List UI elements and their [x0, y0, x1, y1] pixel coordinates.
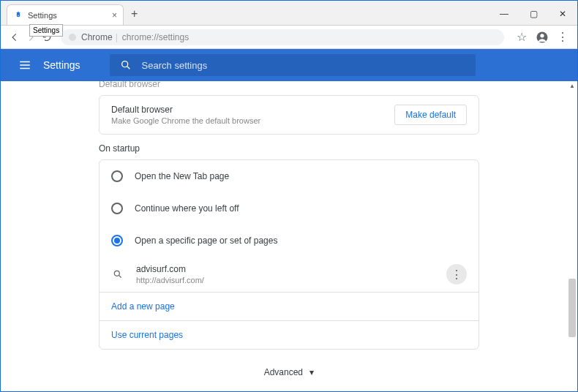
add-new-page-link[interactable]: Add a new page — [100, 293, 478, 320]
radio-icon — [111, 170, 123, 182]
radio-label: Continue where you left off — [135, 203, 239, 214]
back-button[interactable] — [7, 29, 23, 45]
startup-page-row: advisurf.com http://advisurf.com/ ⋮ — [100, 257, 478, 292]
radio-icon — [111, 203, 123, 214]
tab-close-icon[interactable]: × — [112, 10, 117, 20]
address-bar[interactable]: Chrome | chrome://settings — [61, 29, 504, 45]
make-default-button[interactable]: Make default — [394, 105, 467, 125]
radio-specific-page[interactable]: Open a specific page or set of pages — [100, 225, 478, 257]
on-startup-card: Open the New Tab page Continue where you… — [99, 159, 479, 350]
account-icon[interactable] — [533, 29, 551, 46]
browser-tab[interactable]: Settings × — [7, 4, 124, 25]
window-titlebar: Settings × + — ▢ ✕ — [1, 1, 577, 26]
page-title: Settings — [43, 59, 80, 71]
window-controls: — ▢ ✕ — [489, 3, 577, 25]
scrollbar-up-arrow[interactable]: ▲ — [569, 83, 575, 89]
radio-label: Open the New Tab page — [135, 171, 229, 181]
close-button[interactable]: ✕ — [548, 3, 577, 25]
use-current-pages-link[interactable]: Use current pages — [100, 321, 478, 349]
default-browser-card: Default browser Make Google Chrome the d… — [99, 95, 479, 135]
search-settings-input[interactable] — [142, 60, 465, 71]
bookmark-star-icon[interactable]: ☆ — [513, 29, 530, 46]
radio-new-tab[interactable]: Open the New Tab page — [100, 160, 478, 192]
radio-checked-icon — [111, 235, 123, 246]
browser-toolbar: Chrome | chrome://settings ☆ ⋮ — [1, 26, 577, 49]
tab-title: Settings — [28, 11, 112, 20]
omnibox-url: chrome://settings — [122, 32, 189, 42]
scrollbar-thumb[interactable] — [568, 279, 576, 337]
kebab-menu-icon[interactable]: ⋮ — [554, 29, 571, 46]
section-default-browser-heading: Default browser — [99, 81, 479, 89]
startup-page-url: http://advisurf.com/ — [136, 276, 446, 284]
minimize-button[interactable]: — — [489, 3, 519, 25]
hamburger-menu-icon[interactable] — [18, 59, 31, 72]
search-icon — [120, 59, 132, 71]
magnifier-icon — [111, 268, 124, 281]
settings-gear-icon — [13, 10, 23, 20]
startup-page-name: advisurf.com — [136, 264, 446, 274]
chevron-down-icon: ▾ — [309, 367, 314, 377]
search-settings-box[interactable] — [110, 54, 476, 76]
settings-header: Settings — [1, 49, 577, 81]
section-on-startup-heading: On startup — [99, 143, 479, 154]
advanced-toggle[interactable]: Advanced ▾ — [99, 367, 479, 377]
radio-label: Open a specific page or set of pages — [135, 235, 277, 246]
svg-point-1 — [69, 34, 76, 41]
omnibox-divider: | — [116, 32, 118, 42]
svg-point-3 — [540, 34, 544, 37]
settings-content: Default browser Default browser Make Goo… — [1, 81, 577, 391]
advanced-label: Advanced — [264, 367, 303, 377]
new-tab-button[interactable]: + — [131, 7, 138, 25]
page-more-icon[interactable]: ⋮ — [446, 264, 467, 284]
radio-continue[interactable]: Continue where you left off — [100, 192, 478, 225]
default-browser-title: Default browser — [111, 105, 394, 115]
chrome-icon — [68, 33, 77, 42]
default-browser-subtitle: Make Google Chrome the default browser — [111, 116, 394, 125]
svg-point-5 — [114, 271, 119, 276]
maximize-button[interactable]: ▢ — [519, 3, 548, 25]
svg-point-4 — [121, 61, 127, 67]
tab-tooltip: Settings — [29, 24, 63, 37]
omnibox-prefix: Chrome — [81, 32, 113, 42]
